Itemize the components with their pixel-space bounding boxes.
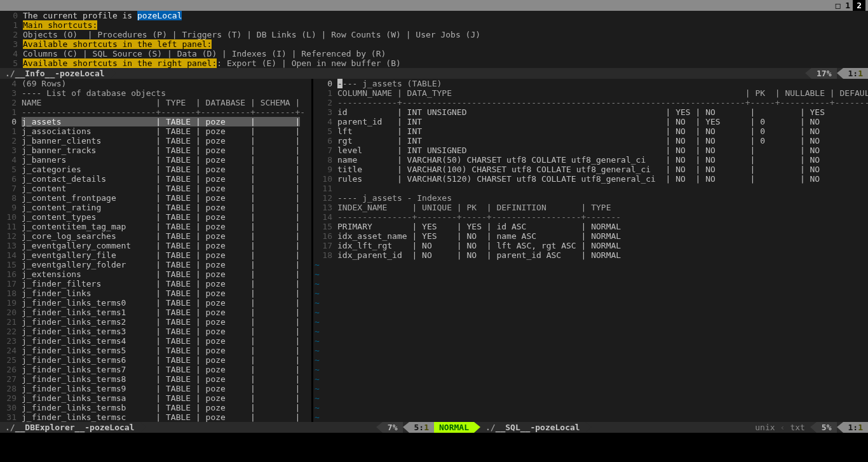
- column-separator: ------------+---------------------------…: [337, 98, 868, 107]
- tilde-icon: ~: [315, 403, 320, 412]
- table-row[interactable]: 28j_finder_links_terms9 | TABLE | poze |…: [1, 384, 310, 393]
- index-header: INDEX_NAME | UNIQUE | PK | DEFINITION | …: [337, 203, 611, 212]
- table-row[interactable]: 16j_extensions | TABLE | poze | |: [1, 269, 310, 279]
- separator-icon: [837, 422, 843, 433]
- table-row[interactable]: 7j_content | TABLE | poze | |: [1, 184, 310, 193]
- table-row[interactable]: 19j_finder_links_terms0 | TABLE | poze |…: [1, 298, 310, 308]
- column-row: rules | VARCHAR(5120) CHARSET utf8 COLLA…: [337, 174, 820, 184]
- table-row[interactable]: 13j_eventgallery_comment | TABLE | poze …: [1, 241, 310, 250]
- left-statusline: ./__DBExplorer__-pozeLocal 7% 5:1: [0, 422, 434, 433]
- list-title: ---- List of database objects: [22, 88, 166, 98]
- table-row[interactable]: 24j_finder_links_terms5 | TABLE | poze |…: [1, 346, 310, 355]
- separator-icon: [376, 422, 383, 433]
- sql-pane[interactable]: 0---- j_assets (TABLE)1COLUMN_NAME | DAT…: [313, 79, 868, 422]
- info-heading: Main shortcuts:: [23, 20, 97, 30]
- index-row: idx_lft_rgt | NO | NO | lft ASC, rgt ASC…: [337, 241, 621, 250]
- table-row[interactable]: 12j_core_log_searches | TABLE | poze | |: [1, 231, 310, 241]
- info-heading: Available shortcuts in the left panel:: [23, 39, 212, 49]
- info-heading: Available shortcuts in the right panel:: [23, 58, 217, 68]
- right-status-filetype: txt: [785, 423, 810, 432]
- table-row[interactable]: 8j_content_frontpage | TABLE | poze | |: [1, 193, 310, 203]
- tilde-icon: ~: [315, 260, 320, 269]
- info-text: The current profile is pozeLocal: [23, 11, 182, 20]
- table-row[interactable]: 31j_finder_links_termsc | TABLE | poze |…: [1, 412, 310, 422]
- table-row[interactable]: 30j_finder_links_termsb | TABLE | poze |…: [1, 403, 310, 412]
- tilde-icon: ~: [315, 317, 320, 327]
- command-line[interactable]: [0, 433, 868, 461]
- column-row: title | VARCHAR(100) CHARSET utf8 COLLAT…: [337, 165, 820, 174]
- tilde-icon: ~: [315, 412, 320, 422]
- table-row[interactable]: 14j_eventgallery_file | TABLE | poze | |: [1, 250, 310, 260]
- tilde-icon: ~: [315, 384, 320, 393]
- table-row[interactable]: 10j_content_types | TABLE | poze | |: [1, 212, 310, 222]
- db-explorer-pane[interactable]: 4(69 Rows)3---- List of database objects…: [0, 79, 312, 422]
- column-row: parent_id | INT | NO | YES | 0 | NO: [337, 117, 820, 126]
- table-row[interactable]: 1j_associations | TABLE | poze | |: [1, 126, 310, 136]
- column-header: COLUMN_NAME | DATA_TYPE | PK | NULLABLE …: [337, 88, 868, 98]
- tilde-icon: ~: [315, 269, 320, 279]
- table-row[interactable]: 18j_finder_links | TABLE | poze | |: [1, 289, 310, 298]
- tilde-icon: ~: [315, 355, 320, 365]
- tilde-icon: ~: [315, 279, 320, 289]
- tab-indicator: □ 1: [833, 1, 853, 10]
- info-status-pos: 1:1: [843, 68, 868, 79]
- table-row[interactable]: 22j_finder_links_terms3 | TABLE | poze |…: [1, 327, 310, 336]
- separator-icon: [403, 422, 409, 433]
- table-row[interactable]: 29j_finder_links_termsa | TABLE | poze |…: [1, 393, 310, 403]
- rows-count: (69 Rows): [22, 79, 66, 88]
- left-status-pos: 5:1: [409, 422, 434, 433]
- tilde-icon: ~: [315, 393, 320, 403]
- table-row[interactable]: 2j_banner_clients | TABLE | poze | |: [1, 136, 310, 146]
- table-row[interactable]: 5j_categories | TABLE | poze | |: [1, 165, 310, 174]
- table-row[interactable]: 17j_finder_filters | TABLE | poze | |: [1, 279, 310, 289]
- list-separator: ---------------------------+-------+----…: [22, 107, 305, 117]
- table-row[interactable]: 3j_banner_tracks | TABLE | poze | |: [1, 146, 310, 155]
- tilde-icon: ~: [315, 365, 320, 374]
- right-statusline: NORMAL ./__SQL__-pozeLocal unix ‹ txt 5%…: [434, 422, 868, 433]
- info-text: Objects (O) | Procedures (P) | Triggers …: [23, 30, 480, 39]
- table-row[interactable]: 4j_banners | TABLE | poze | |: [1, 155, 310, 165]
- separator-icon: [474, 422, 480, 433]
- table-row[interactable]: 15j_eventgallery_folder | TABLE | poze |…: [1, 260, 310, 269]
- tilde-icon: ~: [315, 336, 320, 346]
- separator-icon: [140, 422, 146, 433]
- tilde-icon: ~: [315, 327, 320, 336]
- info-status-pct: 17%: [811, 68, 836, 79]
- separator-icon: [837, 68, 843, 79]
- mode-indicator: NORMAL: [434, 422, 474, 433]
- table-row[interactable]: 0j_assets | TABLE | poze | |: [1, 117, 310, 126]
- table-row[interactable]: 21j_finder_links_terms2 | TABLE | poze |…: [1, 317, 310, 327]
- column-row: id | INT UNSIGNED | YES | NO | | YES: [337, 107, 825, 117]
- tilde-icon: ~: [315, 298, 320, 308]
- table-row[interactable]: 9j_content_rating | TABLE | poze | |: [1, 203, 310, 212]
- info-statusline: ./__Info__-pozeLocal 17% 1:1: [0, 68, 868, 79]
- tilde-icon: ~: [315, 308, 320, 317]
- right-status-filename: ./__SQL__-pozeLocal: [480, 423, 585, 432]
- table-row[interactable]: 23j_finder_links_terms4 | TABLE | poze |…: [1, 336, 310, 346]
- tilde-icon: ~: [315, 289, 320, 298]
- tab-count: 2: [853, 0, 865, 11]
- tabline: □ 1 2: [0, 0, 868, 11]
- info-text: Columns (C) | SQL Source (S) | Data (D) …: [23, 49, 386, 58]
- index-separator: ---------------+--------+-----+---------…: [337, 212, 621, 222]
- table-row[interactable]: 20j_finder_links_terms1 | TABLE | poze |…: [1, 308, 310, 317]
- left-status-filename: ./__DBExplorer__-pozeLocal: [0, 423, 140, 432]
- column-row: level | INT UNSIGNED | NO | NO | | NO: [337, 146, 820, 155]
- info-status-filename: ./__Info__-pozeLocal: [0, 69, 110, 78]
- index-row: idx_asset_name | YES | NO | name ASC | N…: [337, 231, 621, 241]
- table-row[interactable]: 27j_finder_links_terms8 | TABLE | poze |…: [1, 374, 310, 384]
- split-area: 4(69 Rows)3---- List of database objects…: [0, 79, 868, 422]
- info-pane: 0The current profile is pozeLocal1Main s…: [0, 11, 868, 68]
- table-row[interactable]: 26j_finder_links_terms7 | TABLE | poze |…: [1, 365, 310, 374]
- right-status-pos: 1:1: [843, 422, 868, 433]
- left-status-pct: 7%: [383, 422, 403, 433]
- index-title: ---- j_assets - Indexes: [337, 193, 452, 203]
- table-row[interactable]: 25j_finder_links_terms6 | TABLE | poze |…: [1, 355, 310, 365]
- separator-icon: [810, 422, 817, 433]
- table-row[interactable]: 6j_contact_details | TABLE | poze | |: [1, 174, 310, 184]
- separator-icon: [805, 68, 811, 79]
- table-row[interactable]: 11j_contentitem_tag_map | TABLE | poze |…: [1, 222, 310, 231]
- tilde-icon: ~: [315, 374, 320, 384]
- table-title: --- j_assets (TABLE): [342, 79, 442, 88]
- right-status-pct: 5%: [817, 422, 837, 433]
